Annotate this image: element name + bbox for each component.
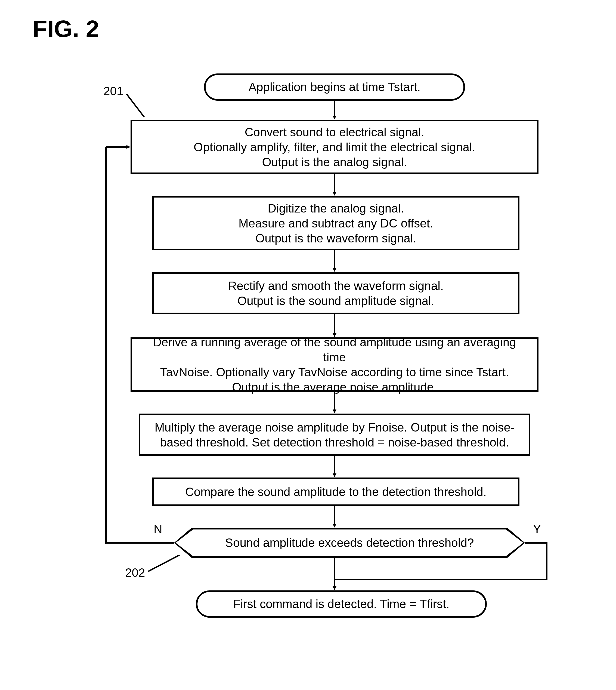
process4-line1: Derive a running average of the sound am… [140,335,529,365]
process-rectify: Rectify and smooth the waveform signal. … [152,272,520,314]
process3-line1: Rectify and smooth the waveform signal. [228,278,444,293]
process-compare: Compare the sound amplitude to the detec… [152,477,520,506]
process1-line1: Convert sound to electrical signal. [194,125,476,139]
terminator-start: Application begins at time Tstart. [204,73,465,101]
process1-line3: Output is the analog signal. [194,154,476,170]
terminator-end: First command is detected. Time = Tfirst… [196,590,487,618]
process3-line2: Output is the sound amplitude signal. [228,293,444,308]
process4-line3: Output is the average noise amplitude. [140,380,529,394]
process4-line2: TavNoise. Optionally vary TavNoise accor… [140,365,529,380]
terminator-start-text: Application begins at time Tstart. [248,80,421,94]
decision-label-y: Y [533,522,541,536]
terminator-end-text: First command is detected. Time = Tfirst… [233,597,449,611]
process6-line1: Compare the sound amplitude to the detec… [185,484,487,499]
process-running-average: Derive a running average of the sound am… [131,337,538,392]
process-digitize: Digitize the analog signal. Measure and … [152,196,520,250]
decision-label-n: N [154,522,162,536]
process5-line1: Multiply the average noise amplitude by … [154,420,514,435]
flowchart-fig2: FIG. 2 Application begins at time Tstart… [0,0,616,690]
process2-line3: Output is the waveform signal. [239,231,433,246]
process-noise-threshold: Multiply the average noise amplitude by … [139,414,530,456]
svg-line-0 [127,94,144,117]
figure-title: FIG. 2 [32,15,99,43]
process2-line2: Measure and subtract any DC offset. [239,216,433,231]
decision-text: Sound amplitude exceeds detection thresh… [225,536,474,549]
ref-201: 201 [103,84,123,98]
process5-line2: based threshold. Set detection threshold… [154,435,514,450]
decision-threshold: Sound amplitude exceeds detection thresh… [174,528,525,558]
process2-line1: Digitize the analog signal. [239,201,433,216]
process-convert-sound: Convert sound to electrical signal. Opti… [131,120,538,174]
process1-line2: Optionally amplify, filter, and limit th… [194,139,476,154]
ref-202: 202 [125,566,145,580]
